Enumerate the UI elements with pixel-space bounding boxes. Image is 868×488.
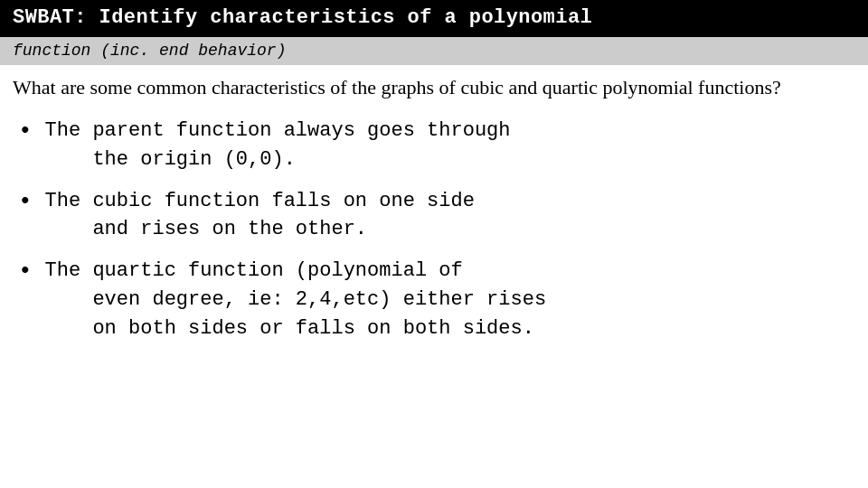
bullet-item-2: • The cubic function falls on one side a… [18, 187, 855, 245]
page-container: SWBAT: Identify characteristics of a pol… [0, 0, 868, 488]
bullet-dot-2: • [18, 185, 33, 218]
subtitle-text: function (inc. end behavior) [13, 42, 286, 60]
question-text: What are some common characteristics of … [13, 74, 855, 102]
bullet-dot-1: • [18, 115, 33, 147]
bullet-text-1: The parent function always goes through … [45, 117, 855, 174]
bullet-item-1: • The parent function always goes throug… [18, 117, 855, 174]
bullet-text-2: The cubic function falls on one side and… [45, 187, 855, 245]
question-area: What are some common characteristics of … [0, 65, 868, 108]
swbat-label: SWBAT: [13, 6, 87, 29]
bullet-item-3: • The quartic function (polynomial of ev… [18, 257, 855, 343]
swbat-bar: SWBAT: Identify characteristics of a pol… [0, 0, 868, 37]
bullet-text-3: The quartic function (polynomial of even… [45, 257, 855, 343]
subtitle-bar: function (inc. end behavior) [0, 37, 868, 65]
swbat-title: Identify characteristics of a polynomial [87, 6, 592, 29]
bullet-dot-3: • [18, 255, 33, 287]
bullet-list: • The parent function always goes throug… [0, 108, 868, 365]
